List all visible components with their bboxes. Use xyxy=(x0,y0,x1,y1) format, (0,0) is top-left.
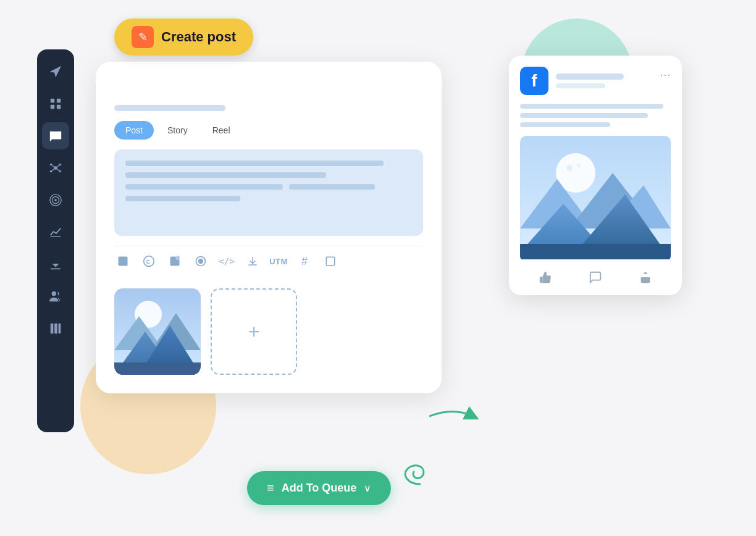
svg-point-18 xyxy=(52,291,56,296)
library-icon xyxy=(49,322,62,335)
fb-share-button[interactable] xyxy=(639,270,652,284)
svg-line-10 xyxy=(57,165,59,167)
text-line-2 xyxy=(125,172,326,178)
image-thumbnail[interactable] xyxy=(114,288,201,375)
svg-point-8 xyxy=(59,170,62,173)
placeholder-top xyxy=(114,105,225,111)
svg-point-23 xyxy=(120,259,122,261)
fb-like-button[interactable] xyxy=(539,270,552,284)
tabs-container: Post Story Reel xyxy=(114,121,423,140)
toolbar: C </> UTM # xyxy=(114,246,423,276)
tab-reel[interactable]: Reel xyxy=(201,121,242,140)
swirl-decoration xyxy=(395,441,445,493)
facebook-logo: f xyxy=(520,67,548,95)
svg-point-45 xyxy=(577,164,581,167)
facebook-preview-panel: f ⋯ xyxy=(509,56,682,295)
fb-header: f ⋯ xyxy=(520,67,671,95)
fb-dots[interactable]: ⋯ xyxy=(660,68,671,82)
target-icon xyxy=(49,193,62,207)
add-image-button[interactable]: + xyxy=(211,288,297,375)
chart-icon xyxy=(49,225,62,239)
fb-text-lines xyxy=(520,104,671,127)
svg-rect-34 xyxy=(326,257,335,266)
people-icon xyxy=(49,290,62,303)
images-row: + xyxy=(114,288,423,375)
svg-rect-3 xyxy=(57,105,61,109)
add-image-icon: + xyxy=(248,320,260,343)
svg-point-44 xyxy=(566,165,573,171)
text-line-5 xyxy=(125,196,240,201)
fb-header-text xyxy=(556,73,652,88)
grid-icon xyxy=(49,97,62,111)
svg-rect-0 xyxy=(51,99,54,103)
create-post-title: Create post xyxy=(161,29,236,45)
chat-icon xyxy=(49,129,62,143)
sidebar-item-send[interactable] xyxy=(42,58,69,85)
svg-rect-20 xyxy=(54,324,57,334)
fb-text-line-3 xyxy=(520,122,610,127)
connector-arrow xyxy=(429,404,479,431)
svg-text:C: C xyxy=(146,259,150,265)
svg-point-15 xyxy=(54,199,57,201)
svg-point-27 xyxy=(172,259,174,261)
toolbar-hashtag[interactable]: # xyxy=(296,253,313,270)
sidebar-item-library[interactable] xyxy=(42,315,69,342)
svg-rect-17 xyxy=(51,268,61,269)
text-line-1 xyxy=(125,161,384,166)
create-post-icon: ✎ xyxy=(132,26,154,48)
main-panel: Post Story Reel C </> UTM xyxy=(96,62,442,393)
toolbar-image[interactable] xyxy=(114,253,132,270)
svg-line-9 xyxy=(52,165,55,167)
svg-point-5 xyxy=(50,164,52,166)
fb-image xyxy=(520,136,671,262)
sidebar xyxy=(37,49,74,432)
text-line-3 xyxy=(125,184,283,190)
svg-point-7 xyxy=(50,170,52,173)
svg-point-6 xyxy=(59,164,62,166)
sidebar-item-target[interactable] xyxy=(42,186,69,214)
sidebar-item-people[interactable] xyxy=(42,283,69,310)
fb-name-bar xyxy=(556,73,624,80)
svg-rect-2 xyxy=(51,105,54,109)
text-area[interactable] xyxy=(114,149,423,236)
svg-rect-51 xyxy=(520,244,671,259)
toolbar-code[interactable]: </> xyxy=(218,253,235,270)
toolbar-utm[interactable]: UTM xyxy=(270,253,287,270)
sidebar-item-chat[interactable] xyxy=(42,122,69,149)
toolbar-download[interactable] xyxy=(244,253,261,270)
fb-actions xyxy=(520,270,671,284)
chevron-down-icon: ∨ xyxy=(364,482,371,494)
fb-text-line-2 xyxy=(520,113,648,118)
sidebar-item-grid[interactable] xyxy=(42,90,69,117)
send-icon xyxy=(49,65,62,78)
toolbar-image2[interactable] xyxy=(166,253,183,270)
fb-comment-button[interactable] xyxy=(589,270,602,284)
toolbar-record[interactable] xyxy=(192,253,209,270)
svg-line-12 xyxy=(57,169,59,171)
sidebar-item-network[interactable] xyxy=(42,154,69,182)
svg-rect-1 xyxy=(57,99,61,103)
svg-line-11 xyxy=(52,169,55,171)
svg-rect-19 xyxy=(51,324,54,334)
fb-sub-bar xyxy=(556,83,605,88)
add-to-queue-label: Add To Queue xyxy=(282,482,357,495)
tab-story[interactable]: Story xyxy=(156,121,199,140)
text-line-4 xyxy=(289,184,375,190)
sidebar-item-chart[interactable] xyxy=(42,219,69,246)
toolbar-canva[interactable]: C xyxy=(140,253,158,270)
toolbar-box[interactable] xyxy=(322,253,339,270)
fb-text-line-1 xyxy=(520,104,663,109)
create-post-header: ✎ Create post xyxy=(114,19,253,56)
svg-point-32 xyxy=(198,259,203,264)
sidebar-item-download[interactable] xyxy=(42,251,69,278)
svg-rect-21 xyxy=(59,324,61,334)
network-icon xyxy=(49,161,62,175)
svg-rect-41 xyxy=(114,362,201,375)
queue-icon: ≡ xyxy=(267,481,274,495)
tab-post[interactable]: Post xyxy=(114,121,154,140)
download-icon xyxy=(49,258,62,271)
add-to-queue-button[interactable]: ≡ Add To Queue ∨ xyxy=(247,471,391,505)
